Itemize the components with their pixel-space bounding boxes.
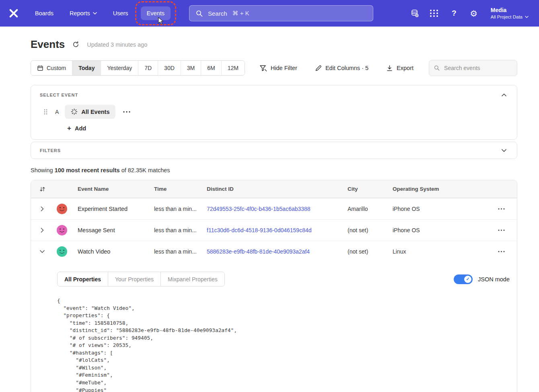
event-row-letter: A bbox=[55, 109, 59, 115]
cell-distinct-id-link[interactable]: f11c30d6-dc6d-4518-9136-0d046159c84d bbox=[207, 227, 348, 233]
global-search-label: Search bbox=[208, 10, 227, 17]
chevron-down-icon bbox=[525, 16, 529, 18]
select-event-card: SELECT EVENT A All Events + Add bbox=[31, 85, 517, 140]
date-range-yesterday-button[interactable]: Yesterday bbox=[101, 61, 138, 75]
row-overflow-menu-icon[interactable] bbox=[496, 228, 506, 233]
edit-columns-button[interactable]: Edit Columns · 5 bbox=[313, 64, 371, 72]
add-event-button[interactable]: + Add bbox=[65, 124, 88, 132]
calendar-icon bbox=[37, 65, 43, 71]
cell-time: less than a min... bbox=[154, 206, 207, 212]
date-range-group: Custom Today Yesterday 7D 30D 3M 6M 12M bbox=[31, 60, 245, 76]
event-overflow-menu-icon[interactable] bbox=[121, 109, 132, 114]
json-mode-toggle[interactable]: ✓ bbox=[454, 274, 473, 284]
results-summary: Showing 100 most recent results of 82.35… bbox=[31, 167, 517, 173]
top-navbar: Boards Reports Users Events Search ⌘ + K bbox=[0, 0, 539, 27]
tab-all-properties[interactable]: All Properties bbox=[57, 272, 108, 287]
hide-filter-button[interactable]: Hide Filter bbox=[257, 64, 300, 72]
cell-os: iPhone OS bbox=[393, 227, 489, 233]
event-avatar bbox=[57, 225, 67, 235]
column-header-distinct-id: Distinct ID bbox=[207, 186, 348, 192]
column-header-event-name: Event Name bbox=[78, 186, 154, 192]
page-title: Events bbox=[31, 38, 65, 51]
date-range-custom-button[interactable]: Custom bbox=[31, 61, 72, 75]
help-icon[interactable]: ? bbox=[450, 9, 459, 18]
select-event-title: SELECT EVENT bbox=[40, 93, 78, 97]
search-icon bbox=[196, 10, 203, 17]
collapse-chevron-up-icon[interactable] bbox=[500, 92, 508, 98]
expand-chevron-down-icon[interactable] bbox=[500, 147, 508, 154]
date-range-7d-button[interactable]: 7D bbox=[138, 61, 158, 75]
all-events-chip[interactable]: All Events bbox=[65, 105, 115, 119]
hide-filter-label: Hide Filter bbox=[271, 65, 297, 71]
json-mode-label: JSON mode bbox=[478, 276, 510, 283]
search-events-input[interactable] bbox=[443, 64, 512, 72]
cell-city: (not set) bbox=[348, 248, 393, 255]
date-range-30d-button[interactable]: 30D bbox=[158, 61, 181, 75]
chevron-down-icon bbox=[93, 12, 97, 14]
settings-gear-icon[interactable]: ⚙ bbox=[469, 9, 478, 18]
plus-icon: + bbox=[67, 125, 71, 132]
cell-os: Linux bbox=[393, 248, 489, 255]
gear-glyph: ⚙ bbox=[470, 9, 477, 18]
row-collapse-chevron-down-icon[interactable] bbox=[37, 248, 47, 256]
last-updated-text: Updated 3 minutes ago bbox=[87, 41, 147, 48]
data-management-icon[interactable] bbox=[410, 9, 419, 18]
column-header-os: Operating System bbox=[393, 186, 489, 192]
edit-columns-label: Edit Columns · 5 bbox=[325, 65, 368, 71]
row-overflow-menu-icon[interactable] bbox=[496, 206, 506, 211]
cell-city: (not set) bbox=[348, 227, 393, 233]
all-events-chip-label: All Events bbox=[81, 109, 109, 115]
toggle-knob-check-icon: ✓ bbox=[464, 276, 471, 283]
filters-card: FILTERS bbox=[31, 142, 517, 159]
date-range-6m-button[interactable]: 6M bbox=[201, 61, 221, 75]
event-selector-row: A All Events bbox=[31, 101, 517, 119]
cell-distinct-id-link[interactable]: 5886283e-e9fb-48fb-81de-40e9093a2af4 bbox=[207, 248, 348, 255]
nav-item-boards[interactable]: Boards bbox=[29, 6, 60, 20]
nav-item-users[interactable]: Users bbox=[107, 6, 134, 20]
mouse-cursor bbox=[158, 17, 164, 25]
cell-os: iPhone OS bbox=[393, 206, 489, 212]
table-header-row: Event Name Time Distinct ID City Operati… bbox=[31, 180, 517, 198]
nav-item-reports-label: Reports bbox=[70, 10, 90, 17]
project-selector[interactable]: Media All Project Data bbox=[491, 6, 529, 20]
search-icon bbox=[434, 65, 440, 71]
pencil-icon bbox=[315, 65, 322, 72]
export-button[interactable]: Export bbox=[384, 64, 416, 72]
mixpanel-logo[interactable] bbox=[9, 8, 19, 18]
sort-icon[interactable] bbox=[38, 185, 47, 194]
add-event-label: Add bbox=[75, 125, 86, 132]
cell-time: less than a min... bbox=[154, 248, 207, 255]
project-name: Media bbox=[491, 6, 529, 14]
apps-grid-icon[interactable] bbox=[430, 9, 439, 18]
properties-tabs: All Properties Your Properties Mixpanel … bbox=[57, 272, 225, 287]
refresh-icon[interactable] bbox=[71, 39, 81, 50]
event-avatar bbox=[57, 204, 67, 214]
filters-title: FILTERS bbox=[40, 148, 61, 153]
row-overflow-menu-icon[interactable] bbox=[496, 249, 506, 254]
search-events-box bbox=[429, 60, 517, 76]
row-expand-chevron-right-icon[interactable] bbox=[38, 204, 46, 214]
nav-item-events[interactable]: Events bbox=[141, 6, 171, 20]
tab-mixpanel-properties[interactable]: Mixpanel Properties bbox=[160, 272, 225, 287]
cell-event-name: Message Sent bbox=[78, 227, 154, 233]
nav-item-reports[interactable]: Reports bbox=[64, 6, 103, 20]
cell-time: less than a min... bbox=[154, 227, 207, 233]
project-scope-label: All Project Data bbox=[491, 14, 523, 20]
global-search-bar[interactable]: Search ⌘ + K bbox=[189, 5, 373, 21]
row-expand-chevron-right-icon[interactable] bbox=[38, 225, 46, 235]
tab-your-properties[interactable]: Your Properties bbox=[108, 272, 161, 287]
event-json-payload: { "event": "Watch Video", "properties": … bbox=[57, 297, 510, 392]
date-range-12m-button[interactable]: 12M bbox=[222, 61, 245, 75]
drag-handle-icon[interactable] bbox=[42, 107, 49, 116]
cell-distinct-id-link[interactable]: 72d49553-25fc-4f0c-b436-1b5ac6ab3388 bbox=[207, 206, 348, 212]
expanded-row-detail: All Properties Your Properties Mixpanel … bbox=[31, 262, 517, 392]
table-row: Message Sent less than a min... f11c30d6… bbox=[31, 219, 517, 241]
export-label: Export bbox=[397, 65, 414, 71]
column-header-city: City bbox=[348, 186, 393, 192]
event-avatar bbox=[57, 246, 67, 257]
table-row: Experiment Started less than a min... 72… bbox=[31, 198, 517, 219]
date-range-today-button[interactable]: Today bbox=[72, 61, 101, 75]
date-range-3m-button[interactable]: 3M bbox=[181, 61, 201, 75]
column-header-time: Time bbox=[154, 186, 207, 192]
search-shortcut-hint: ⌘ + K bbox=[232, 10, 249, 17]
